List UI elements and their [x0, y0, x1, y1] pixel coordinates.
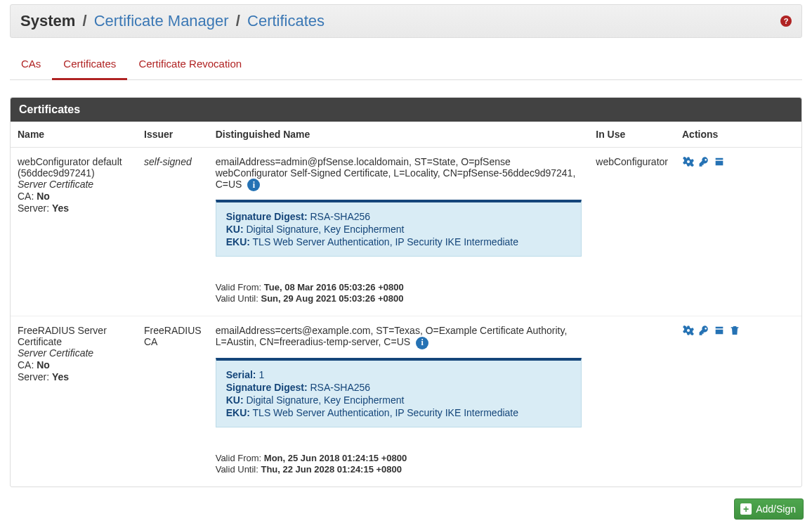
info-row: Signature Digest: RSA-SHA256 [226, 382, 572, 393]
info-icon[interactable]: i [247, 179, 260, 191]
cert-info-box: Serial: 1Signature Digest: RSA-SHA256KU:… [216, 358, 582, 427]
cert-ca: CA: No [18, 359, 130, 371]
cert-validity: Valid From: Tue, 08 Mar 2016 05:03:26 +0… [216, 282, 582, 304]
add-sign-button[interactable]: + Add/Sign [734, 498, 804, 511]
tab-certificate-revocation[interactable]: Certificate Revocation [127, 51, 253, 78]
col-header-name: Name [11, 122, 137, 148]
breadcrumb-root: System [20, 12, 75, 30]
cert-type: Server Certificate [18, 347, 130, 359]
tabs: CAsCertificatesCertificate Revocation [10, 51, 802, 80]
key-icon[interactable] [698, 156, 710, 167]
key-icon[interactable] [698, 325, 710, 336]
col-header-issuer: Issuer [137, 122, 209, 148]
info-row: Serial: 1 [226, 369, 572, 380]
cert-dn: emailAddress=certs@example.com, ST=Texas… [216, 325, 568, 347]
cert-dn: emailAddress=admin@pfSense.localdomain, … [216, 156, 576, 190]
delete-icon[interactable] [728, 325, 741, 336]
breadcrumb-page-link[interactable]: Certificates [247, 12, 325, 30]
cert-dn-cell: emailAddress=admin@pfSense.localdomain, … [209, 148, 589, 316]
cert-in-use: webConfigurator [589, 148, 675, 316]
table-row: FreeRADIUS Server CertificateServer Cert… [11, 316, 801, 487]
panel-title: Certificates [11, 98, 801, 122]
breadcrumb: System / Certificate Manager / Certifica… [20, 12, 325, 30]
cert-server: Server: Yes [18, 202, 130, 214]
table-row: webConfigurator default (56ddec9d97241)S… [11, 148, 801, 316]
page-header: System / Certificate Manager / Certifica… [10, 4, 802, 38]
cert-issuer: FreeRADIUS CA [137, 316, 209, 487]
info-row: EKU: TLS Web Server Authentication, IP S… [226, 407, 572, 418]
certificates-table: Name Issuer Distinguished Name In Use Ac… [11, 122, 801, 487]
cert-type: Server Certificate [18, 179, 130, 190]
info-row: Signature Digest: RSA-SHA256 [226, 211, 572, 222]
cert-name: FreeRADIUS Server Certificate [18, 325, 130, 347]
info-row: KU: Digital Signature, Key Encipherment [226, 394, 572, 406]
cert-in-use [589, 316, 675, 487]
col-header-actions: Actions [675, 122, 801, 148]
export-icon[interactable] [713, 325, 726, 336]
tab-certificates[interactable]: Certificates [52, 51, 127, 80]
help-icon[interactable]: ? [780, 15, 792, 27]
cert-actions [675, 316, 801, 487]
cert-issuer: self-signed [137, 148, 209, 316]
breadcrumb-section-link[interactable]: Certificate Manager [94, 12, 229, 30]
cert-server: Server: Yes [18, 371, 130, 382]
info-icon[interactable]: i [416, 337, 428, 349]
export-icon[interactable] [713, 156, 726, 167]
plus-icon: + [740, 503, 752, 511]
edit-icon[interactable] [682, 325, 695, 336]
cert-name: webConfigurator default (56ddec9d97241) [18, 156, 130, 179]
cert-ca: CA: No [18, 191, 130, 202]
add-sign-label: Add/Sign [756, 503, 796, 511]
edit-icon[interactable] [682, 156, 695, 167]
tab-cas[interactable]: CAs [10, 51, 52, 78]
col-header-inuse: In Use [589, 122, 675, 148]
cert-info-box: Signature Digest: RSA-SHA256KU: Digital … [216, 200, 582, 257]
info-row: EKU: TLS Web Server Authentication, IP S… [226, 236, 572, 247]
cert-validity: Valid From: Mon, 25 Jun 2018 01:24:15 +0… [216, 453, 582, 475]
certificates-panel: Certificates Name Issuer Distinguished N… [10, 97, 802, 487]
cert-dn-cell: emailAddress=certs@example.com, ST=Texas… [209, 316, 589, 487]
cert-actions [675, 148, 801, 316]
col-header-dn: Distinguished Name [209, 122, 589, 148]
info-row: KU: Digital Signature, Key Encipherment [226, 224, 572, 235]
